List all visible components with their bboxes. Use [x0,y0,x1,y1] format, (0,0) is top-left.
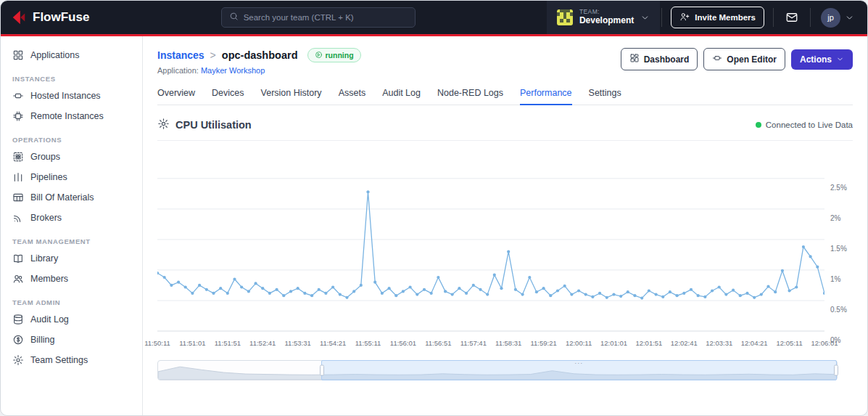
team-settings-icon [12,354,24,366]
sidebar-section-team-management: TEAM MANAGEMENT [1,228,142,248]
sidebar-item-label: Library [30,253,58,264]
members-icon [12,273,24,285]
application-link[interactable]: Mayker Workshop [201,66,265,75]
x-tick-label: 12:03:31 [706,339,732,347]
y-tick-label: 1% [830,274,840,282]
sidebar-item-label: Bill Of Materials [30,192,94,203]
x-tick-label: 12:01:01 [600,339,627,347]
app-window: FlowFuse TEAM: Development Invite Member… [0,0,868,416]
tab-performance[interactable]: Performance [520,88,572,105]
search-input[interactable] [244,13,408,22]
x-tick-label: 12:06:01 [811,339,838,347]
pipelines-icon [12,171,24,183]
chart-range-navigator[interactable] [157,360,838,380]
sidebar-item-label: Hosted Instances [30,91,101,101]
x-tick-label: 12:01:51 [635,339,662,347]
tab-overview[interactable]: Overview [157,88,195,105]
tab-settings[interactable]: Settings [589,88,621,105]
status-badge: running [307,48,361,62]
sidebar-item-brokers[interactable]: Brokers [1,208,142,228]
brand-name: FlowFuse [33,10,89,25]
sidebar-section-operations: OPERATIONS [1,126,142,147]
x-tick-label: 12:02:41 [671,339,698,347]
x-tick-label: 11:56:51 [425,339,451,347]
sidebar-item-team-settings[interactable]: Team Settings [1,350,142,370]
sidebar-item-remote-instances[interactable]: Remote Instances [1,106,142,126]
team-avatar-icon [557,9,573,25]
breadcrumb: Instances > opc-dashboard running [157,48,361,62]
flowfuse-logo-icon [11,9,27,25]
chevron-down-icon [836,55,844,63]
breadcrumb-instances-link[interactable]: Instances [157,49,204,61]
team-selector[interactable]: TEAM: Development [547,1,660,34]
main-content: Instances > opc-dashboard running Applic… [143,36,867,415]
sidebar-item-library[interactable]: Library [1,248,142,269]
tab-assets[interactable]: Assets [339,88,366,105]
dashboard-button[interactable]: Dashboard [621,48,698,70]
applications-icon [12,49,24,61]
team-name: Development [579,16,634,26]
tab-bar: OverviewDevicesVersion HistoryAssetsAudi… [157,88,853,105]
tab-node-red-logs[interactable]: Node-RED Logs [437,88,503,105]
sidebar-item-label: Applications [30,50,79,60]
breadcrumb-separator: > [210,49,216,61]
search-icon [229,11,239,24]
sidebar: ApplicationsINSTANCESHosted InstancesRem… [1,36,143,415]
sidebar-item-applications[interactable]: Applications [1,45,142,65]
library-icon [12,253,24,264]
sidebar-section-instances: INSTANCES [1,65,142,86]
y-axis: 0%0.5%1%1.5%2%2.5% [830,158,859,341]
open-editor-icon [712,53,722,65]
x-tick-label: 11:55:11 [355,339,381,347]
section-title: CPU Utilisation [157,118,252,132]
user-avatar: jp [821,8,840,28]
navigator-grip[interactable] [574,361,583,366]
sidebar-section-team-admin: TEAM ADMIN [1,289,142,309]
groups-icon [12,151,24,163]
gear-icon [157,118,170,132]
sidebar-item-label: Audit Log [30,314,69,325]
tab-audit-log[interactable]: Audit Log [382,88,421,105]
instance-name: opc-dashboard [222,49,298,61]
navigator-left-handle[interactable] [320,365,324,376]
divider [661,8,662,27]
tab-version-history[interactable]: Version History [261,88,322,105]
user-menu[interactable]: jp [812,8,857,28]
tab-devices[interactable]: Devices [212,88,244,105]
performance-section: CPU Utilisation Connected to Live Data 0… [157,118,853,380]
mail-icon [785,11,798,24]
sidebar-item-label: Brokers [30,213,62,223]
sidebar-item-members[interactable]: Members [1,269,142,289]
chart-plot-area [157,150,824,333]
invite-members-button[interactable]: Invite Members [671,7,764,28]
live-status: Connected to Live Data [756,121,853,129]
x-tick-label: 11:52:41 [249,339,276,347]
sidebar-item-label: Team Settings [30,355,88,365]
running-icon [315,51,323,60]
search-box[interactable] [221,7,416,28]
sidebar-item-groups[interactable]: Groups [1,147,142,167]
chevron-down-icon [640,13,650,23]
bill-of-materials-icon [12,192,24,203]
open-editor-button[interactable]: Open Editor [703,48,785,70]
navigator-selection[interactable] [321,360,837,380]
sidebar-item-bill-of-materials[interactable]: Bill Of Materials [1,187,142,208]
sidebar-item-hosted-instances[interactable]: Hosted Instances [1,86,142,106]
sidebar-item-label: Groups [30,152,60,162]
mail-button[interactable] [775,11,809,24]
billing-icon [12,334,24,346]
sidebar-item-audit-log[interactable]: Audit Log [1,309,142,330]
user-plus-icon [679,12,690,23]
audit-log-icon [12,314,24,325]
cpu-utilisation-chart: 0%0.5%1%1.5%2%2.5% 11:50:1111:51:0111:51… [157,150,853,380]
x-tick-label: 12:05:11 [776,339,802,347]
sidebar-item-billing[interactable]: Billing [1,330,142,350]
brokers-icon [12,212,24,224]
sidebar-item-pipelines[interactable]: Pipelines [1,167,142,187]
actions-button[interactable]: Actions [791,49,853,70]
remote-instances-icon [12,110,24,122]
x-tick-label: 12:04:21 [741,339,768,347]
brand[interactable]: FlowFuse [11,9,89,25]
navigator-right-handle[interactable] [834,365,838,376]
y-tick-label: 2.5% [830,183,847,191]
